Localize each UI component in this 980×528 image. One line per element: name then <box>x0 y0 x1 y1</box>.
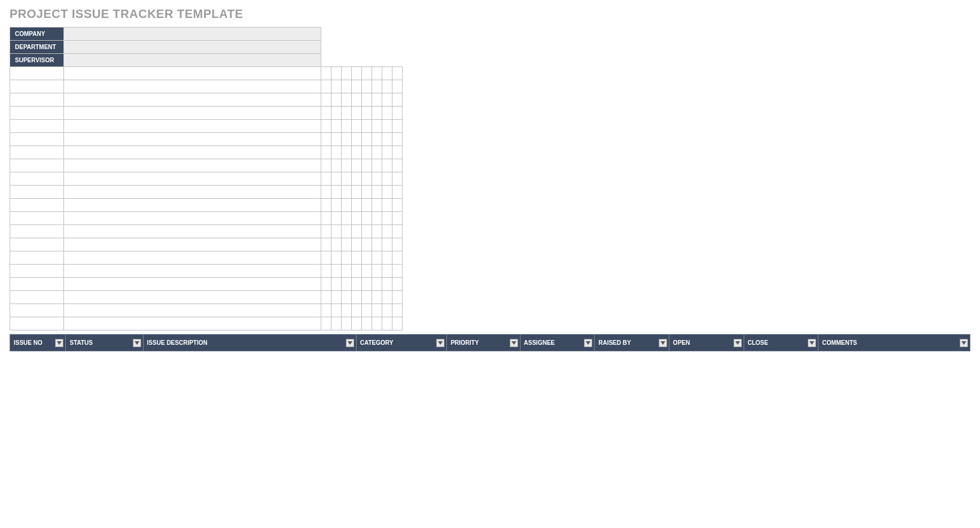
table-cell[interactable] <box>372 291 382 304</box>
table-cell[interactable] <box>331 199 342 212</box>
table-cell[interactable] <box>382 199 392 212</box>
table-cell[interactable] <box>10 317 64 330</box>
table-cell[interactable] <box>352 67 362 80</box>
table-cell[interactable] <box>382 225 392 238</box>
table-cell[interactable] <box>362 291 372 304</box>
table-cell[interactable] <box>331 80 342 93</box>
table-cell[interactable] <box>352 291 362 304</box>
table-cell[interactable] <box>10 238 64 251</box>
table-cell[interactable] <box>382 133 392 146</box>
table-cell[interactable] <box>352 251 362 265</box>
table-cell[interactable] <box>10 146 64 159</box>
table-cell[interactable] <box>382 317 392 330</box>
meta-value-department[interactable] <box>64 41 321 54</box>
table-cell[interactable] <box>10 67 64 80</box>
table-cell[interactable] <box>331 120 342 133</box>
table-cell[interactable] <box>352 172 362 186</box>
table-cell[interactable] <box>352 199 362 212</box>
table-cell[interactable] <box>362 212 372 225</box>
table-cell[interactable] <box>372 251 382 265</box>
meta-value-company[interactable] <box>64 28 321 41</box>
filter-dropdown-icon[interactable] <box>734 339 742 347</box>
table-cell[interactable] <box>10 199 64 212</box>
table-cell[interactable] <box>392 93 403 107</box>
table-cell[interactable] <box>382 80 392 93</box>
table-cell[interactable] <box>392 186 403 199</box>
table-cell[interactable] <box>321 133 331 146</box>
table-cell[interactable] <box>392 238 403 251</box>
table-cell[interactable] <box>342 225 352 238</box>
table-cell[interactable] <box>331 304 342 317</box>
table-cell[interactable] <box>331 93 342 107</box>
table-cell[interactable] <box>392 251 403 265</box>
table-cell[interactable] <box>321 107 331 120</box>
table-cell[interactable] <box>331 251 342 265</box>
table-cell[interactable] <box>392 278 403 291</box>
table-cell[interactable] <box>362 317 372 330</box>
table-cell[interactable] <box>352 80 362 93</box>
table-cell[interactable] <box>321 212 331 225</box>
table-cell[interactable] <box>342 199 352 212</box>
table-cell[interactable] <box>342 107 352 120</box>
table-cell[interactable] <box>372 278 382 291</box>
table-cell[interactable] <box>362 159 372 172</box>
table-cell[interactable] <box>64 225 321 238</box>
table-cell[interactable] <box>64 251 321 265</box>
table-cell[interactable] <box>321 93 331 107</box>
col-header-close[interactable]: CLOSE <box>744 335 818 351</box>
table-cell[interactable] <box>372 159 382 172</box>
table-cell[interactable] <box>362 225 372 238</box>
table-cell[interactable] <box>382 120 392 133</box>
table-cell[interactable] <box>321 80 331 93</box>
table-cell[interactable] <box>362 278 372 291</box>
table-cell[interactable] <box>382 278 392 291</box>
table-cell[interactable] <box>342 304 352 317</box>
table-cell[interactable] <box>331 67 342 80</box>
table-cell[interactable] <box>10 107 64 120</box>
table-cell[interactable] <box>392 199 403 212</box>
table-cell[interactable] <box>342 265 352 278</box>
table-cell[interactable] <box>342 133 352 146</box>
table-cell[interactable] <box>64 107 321 120</box>
table-cell[interactable] <box>321 186 331 199</box>
table-cell[interactable] <box>321 278 331 291</box>
table-cell[interactable] <box>372 265 382 278</box>
table-cell[interactable] <box>321 304 331 317</box>
table-cell[interactable] <box>321 146 331 159</box>
table-cell[interactable] <box>352 133 362 146</box>
table-cell[interactable] <box>372 93 382 107</box>
table-cell[interactable] <box>392 107 403 120</box>
table-cell[interactable] <box>10 278 64 291</box>
table-cell[interactable] <box>392 120 403 133</box>
table-cell[interactable] <box>10 172 64 186</box>
table-cell[interactable] <box>331 238 342 251</box>
table-cell[interactable] <box>362 146 372 159</box>
table-cell[interactable] <box>352 120 362 133</box>
table-cell[interactable] <box>10 120 64 133</box>
table-cell[interactable] <box>382 159 392 172</box>
table-cell[interactable] <box>382 146 392 159</box>
col-header-priority[interactable]: PRIORITY <box>447 335 520 351</box>
table-cell[interactable] <box>10 93 64 107</box>
table-cell[interactable] <box>362 304 372 317</box>
table-cell[interactable] <box>352 265 362 278</box>
table-cell[interactable] <box>382 265 392 278</box>
table-cell[interactable] <box>352 186 362 199</box>
table-cell[interactable] <box>10 265 64 278</box>
table-cell[interactable] <box>321 291 331 304</box>
table-cell[interactable] <box>321 265 331 278</box>
table-cell[interactable] <box>64 278 321 291</box>
filter-dropdown-icon[interactable] <box>510 339 518 347</box>
table-cell[interactable] <box>321 159 331 172</box>
table-cell[interactable] <box>382 291 392 304</box>
table-cell[interactable] <box>362 107 372 120</box>
table-cell[interactable] <box>64 80 321 93</box>
table-cell[interactable] <box>342 159 352 172</box>
table-cell[interactable] <box>331 278 342 291</box>
table-cell[interactable] <box>382 212 392 225</box>
table-cell[interactable] <box>342 120 352 133</box>
table-cell[interactable] <box>331 212 342 225</box>
table-cell[interactable] <box>331 186 342 199</box>
table-cell[interactable] <box>392 291 403 304</box>
table-cell[interactable] <box>10 159 64 172</box>
